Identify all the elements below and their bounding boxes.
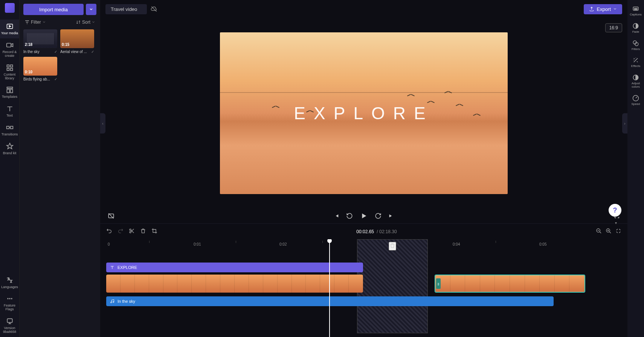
- zoom-fit-button[interactable]: [615, 228, 621, 235]
- sidebar-item-templates[interactable]: Templates: [0, 83, 19, 102]
- media-item[interactable]: 0:10 Birds flying ab...✓: [23, 57, 57, 81]
- delete-gap-button[interactable]: [389, 242, 396, 250]
- media-name: Birds flying ab...: [23, 77, 50, 81]
- sidebar-label: Feature Flags: [1, 304, 18, 311]
- duration-label: 0:10: [25, 70, 32, 74]
- sidebar-label: Languages: [1, 285, 18, 289]
- filter-label: Filter: [31, 20, 41, 25]
- check-icon: ✓: [54, 77, 57, 81]
- sidebar-item-your-media[interactable]: Your media: [0, 20, 19, 38]
- svg-rect-1: [6, 43, 11, 47]
- help-button[interactable]: ?: [609, 204, 621, 217]
- svg-rect-9: [6, 126, 9, 129]
- help-collapse-icon[interactable]: ▾: [615, 221, 617, 225]
- svg-point-13: [11, 298, 12, 299]
- current-time: 00:02.65: [356, 229, 374, 234]
- clip-label: In the sky: [118, 299, 135, 304]
- svg-point-19: [130, 231, 131, 233]
- collapse-right-button[interactable]: ›: [622, 113, 627, 134]
- ruler-tick: 0:04: [453, 242, 460, 246]
- media-item[interactable]: 2:18 In the sky✓: [23, 29, 57, 54]
- sidebar-item-library[interactable]: Content library: [0, 61, 19, 83]
- media-thumbnail: 2:18: [23, 29, 57, 48]
- svg-line-15: [151, 6, 157, 12]
- skip-forward-button[interactable]: [388, 213, 394, 219]
- svg-rect-6: [7, 87, 12, 88]
- sidebar-item-flags[interactable]: Feature Flags: [0, 292, 19, 314]
- sr-label: Speed: [631, 103, 640, 106]
- crop-button[interactable]: [151, 228, 157, 235]
- video-clip-1[interactable]: [106, 275, 363, 293]
- record-icon: [6, 41, 14, 49]
- split-button[interactable]: [129, 228, 135, 235]
- zoom-in-button[interactable]: [606, 228, 612, 235]
- filter-button[interactable]: Filter: [25, 20, 46, 25]
- media-name: Aerial view of ...: [60, 50, 87, 54]
- svg-point-12: [9, 298, 10, 299]
- import-media-button[interactable]: Import media: [23, 4, 84, 15]
- sidebar-label: Templates: [2, 95, 17, 99]
- ruler-tick: 0:01: [194, 242, 201, 246]
- svg-rect-14: [7, 319, 12, 323]
- svg-rect-4: [7, 68, 9, 70]
- sidebar-item-languages[interactable]: Languages: [0, 273, 19, 292]
- audio-clip[interactable]: In the sky: [106, 296, 554, 306]
- sort-button[interactable]: Sort: [76, 20, 95, 25]
- export-label: Export: [597, 6, 611, 12]
- svg-rect-3: [10, 65, 12, 67]
- zoom-out-button[interactable]: [596, 228, 602, 235]
- captions-button[interactable]: CC Captions: [627, 3, 644, 19]
- media-item[interactable]: 0:15 Aerial view of ...✓: [60, 29, 94, 54]
- timeline[interactable]: 0 0:01 0:02 0:03 0:04 0:05 Delete this g…: [100, 239, 627, 337]
- main-area: Export ‹ 16:9 EXPLORE ›: [100, 0, 627, 337]
- playhead[interactable]: [329, 239, 330, 337]
- sr-label: Captions: [630, 13, 642, 17]
- svg-point-18: [130, 229, 131, 231]
- sidebar-item-transitions[interactable]: Transitions: [0, 121, 19, 140]
- duration-label: 2:18: [25, 43, 32, 47]
- fade-icon: [632, 23, 639, 29]
- speed-button[interactable]: Speed: [627, 93, 644, 108]
- speed-icon: [632, 95, 639, 102]
- text-clip[interactable]: EXPLORE: [106, 263, 363, 272]
- sort-icon: [76, 20, 81, 24]
- redo-button[interactable]: [118, 228, 124, 235]
- project-title-input[interactable]: [105, 4, 147, 14]
- music-icon: [110, 299, 114, 304]
- clip-label: EXPLORE: [118, 265, 137, 270]
- app-logo[interactable]: [5, 3, 15, 13]
- filter-icon: [25, 20, 29, 24]
- sidebar-item-text[interactable]: Text: [0, 102, 19, 121]
- sidebar-label: Content library: [1, 73, 18, 80]
- chevron-down-icon: [613, 7, 617, 11]
- time-display: 00:02.65 / 02:18.30: [356, 229, 397, 234]
- play-button[interactable]: [360, 212, 368, 220]
- undo-button[interactable]: [106, 228, 112, 235]
- fade-button[interactable]: Fade: [627, 20, 644, 36]
- media-name: In the sky: [23, 50, 40, 54]
- chevron-down-icon: [43, 21, 46, 24]
- rewind-button[interactable]: [346, 213, 353, 219]
- check-icon: ✓: [54, 50, 57, 54]
- sidebar-left: Your media Record & create Content libra…: [0, 0, 20, 337]
- delete-button[interactable]: [140, 228, 146, 235]
- skip-back-button[interactable]: [333, 213, 339, 219]
- preview-frame[interactable]: EXPLORE: [220, 32, 508, 194]
- aspect-ratio-badge[interactable]: 16:9: [605, 23, 622, 32]
- adjust-colors-button[interactable]: Adjust colors: [627, 72, 644, 91]
- transition-handle[interactable]: ||: [436, 278, 441, 289]
- filters-button[interactable]: Filters: [627, 38, 644, 53]
- svg-rect-10: [10, 126, 13, 129]
- export-button[interactable]: Export: [584, 4, 622, 14]
- forward-button[interactable]: [375, 213, 382, 219]
- chevron-down-icon: [92, 21, 95, 24]
- version-icon: [6, 317, 14, 325]
- sidebar-item-brand[interactable]: Brand kit: [0, 140, 19, 158]
- collapse-left-button[interactable]: ‹: [100, 113, 105, 134]
- import-dropdown[interactable]: [86, 4, 96, 15]
- sidebar-item-record[interactable]: Record & create: [0, 38, 19, 61]
- sidebar-item-version[interactable]: Version 9ba8658: [0, 314, 19, 337]
- video-clip-2[interactable]: ||: [435, 275, 585, 293]
- safe-zone-toggle[interactable]: [108, 213, 114, 219]
- effects-button[interactable]: Effects: [627, 55, 644, 70]
